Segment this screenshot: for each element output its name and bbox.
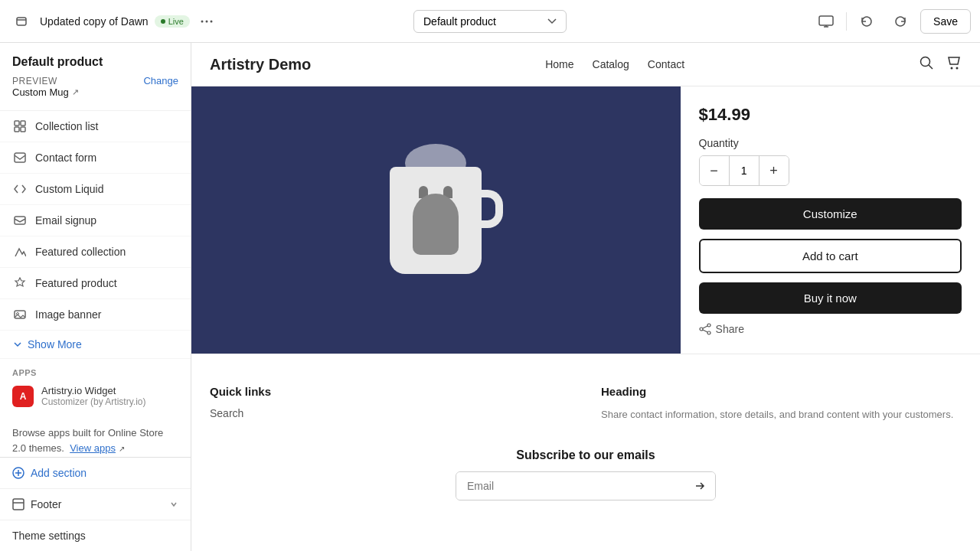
svg-rect-14 xyxy=(13,499,24,510)
mug-handle xyxy=(482,190,503,228)
quantity-increase-button[interactable]: + xyxy=(760,156,789,185)
redo-button[interactable] xyxy=(887,8,914,35)
sidebar-section-title: Default product xyxy=(12,55,178,69)
nav-links: Home Catalog Contact xyxy=(545,58,684,70)
arrow-right-icon xyxy=(694,480,706,492)
share-row[interactable]: Share xyxy=(699,323,962,335)
sidebar-item-image-banner[interactable]: Image banner xyxy=(0,299,191,331)
svg-point-17 xyxy=(956,67,958,70)
quantity-decrease-button[interactable]: − xyxy=(700,156,729,185)
footer-section-label: Footer xyxy=(31,498,61,510)
product-section: $14.99 Quantity − 1 + Customize Add to c… xyxy=(191,86,980,354)
footer-section-item[interactable]: Footer xyxy=(0,488,191,520)
featured-product-icon xyxy=(12,276,28,291)
sidebar-item-email-signup[interactable]: Email signup xyxy=(0,205,191,236)
footer-col-heading: Heading Share contact information, store… xyxy=(601,385,962,424)
share-icon xyxy=(699,323,711,335)
buy-now-button[interactable]: Buy it now xyxy=(699,282,962,314)
change-link[interactable]: Change xyxy=(143,75,178,86)
svg-rect-6 xyxy=(21,121,25,126)
nav-home[interactable]: Home xyxy=(545,58,573,70)
add-section-button[interactable]: Add section xyxy=(0,458,191,488)
nav-catalog[interactable]: Catalog xyxy=(593,58,629,70)
svg-point-2 xyxy=(205,20,207,22)
store-nav: Artistry Demo Home Catalog Contact xyxy=(191,43,980,86)
image-banner-label: Image banner xyxy=(35,308,101,321)
theme-settings-button[interactable]: Theme settings xyxy=(0,520,191,551)
svg-rect-4 xyxy=(819,16,833,25)
featured-product-label: Featured product xyxy=(35,277,117,289)
external-link-icon: ↗ xyxy=(72,87,79,97)
app-info: Artistry.io Widget Customizer (by Artist… xyxy=(41,385,145,407)
nav-contact[interactable]: Contact xyxy=(648,58,684,70)
footer-cols: Quick links Search Heading Share contact… xyxy=(210,385,962,424)
email-submit-button[interactable] xyxy=(684,472,715,500)
svg-point-15 xyxy=(920,57,929,67)
sidebar-item-collection-list[interactable]: Collection list xyxy=(0,111,191,142)
footer-section-left: Footer xyxy=(12,498,61,510)
sidebar-item-featured-collection[interactable]: Featured collection xyxy=(0,236,191,268)
product-info-area: $14.99 Quantity − 1 + Customize Add to c… xyxy=(681,86,980,354)
top-bar-right: Save xyxy=(655,8,971,35)
cart-icon[interactable] xyxy=(946,55,962,73)
custom-liquid-label: Custom Liquid xyxy=(35,183,104,195)
featured-collection-icon xyxy=(12,244,28,259)
divider xyxy=(846,12,847,31)
product-dropdown[interactable]: Default product xyxy=(413,10,567,33)
svg-point-18 xyxy=(707,324,710,327)
live-label: Live xyxy=(168,17,184,26)
show-more-button[interactable]: Show More xyxy=(0,331,191,359)
more-options-button[interactable] xyxy=(196,11,217,32)
svg-point-20 xyxy=(707,331,710,334)
heading-title: Heading xyxy=(601,385,962,398)
footer-area: Quick links Search Heading Share contact… xyxy=(191,354,980,525)
save-button[interactable]: Save xyxy=(920,9,971,34)
dog-silhouette xyxy=(413,194,459,255)
add-to-cart-button[interactable]: Add to cart xyxy=(699,239,962,273)
store-title: Updated copy of Dawn xyxy=(40,15,149,28)
preview-label: PREVIEW xyxy=(12,76,57,86)
app-item[interactable]: A Artistry.io Widget Customizer (by Arti… xyxy=(12,385,178,407)
svg-rect-5 xyxy=(15,121,19,126)
nav-icons xyxy=(919,55,962,73)
desktop-view-button[interactable] xyxy=(812,8,840,35)
show-more-label: Show More xyxy=(28,338,82,350)
browse-apps-text: Browse apps built for Online Store 2.0 t… xyxy=(0,419,191,457)
grid-icon xyxy=(12,119,28,134)
sidebar-item-custom-liquid[interactable]: Custom Liquid xyxy=(0,174,191,205)
canvas-area: Artistry Demo Home Catalog Contact xyxy=(191,43,980,551)
preview-row: PREVIEW Change xyxy=(12,75,178,86)
svg-line-22 xyxy=(703,330,707,332)
sidebar-item-featured-product[interactable]: Featured product xyxy=(0,268,191,299)
svg-point-19 xyxy=(700,328,703,331)
customize-button[interactable]: Customize xyxy=(699,198,962,230)
heading-text: Share contact information, store details… xyxy=(601,407,962,423)
back-button[interactable] xyxy=(9,9,34,34)
mug-visual xyxy=(359,144,512,297)
apps-section: APPS A Artistry.io Widget Customizer (by… xyxy=(0,359,191,419)
sidebar-item-contact-form[interactable]: Contact form xyxy=(0,142,191,174)
image-banner-icon xyxy=(12,307,28,322)
sidebar-scroll: Default product PREVIEW Change Custom Mu… xyxy=(0,43,191,457)
svg-point-3 xyxy=(210,20,212,22)
undo-button[interactable] xyxy=(853,8,880,35)
svg-point-16 xyxy=(950,67,952,70)
collection-list-label: Collection list xyxy=(35,120,98,132)
email-input[interactable] xyxy=(456,472,684,500)
store-preview: Artistry Demo Home Catalog Contact xyxy=(191,43,980,551)
svg-point-1 xyxy=(201,20,203,22)
footer-col-quick-links: Quick links Search xyxy=(210,385,570,424)
quantity-value: 1 xyxy=(729,156,760,185)
artistry-app-icon: A xyxy=(12,386,34,407)
view-apps-link[interactable]: View apps xyxy=(70,442,116,454)
footer-link-search[interactable]: Search xyxy=(210,407,570,419)
svg-line-21 xyxy=(703,326,707,328)
email-signup-label: Email signup xyxy=(35,214,96,227)
canvas-inner[interactable]: Artistry Demo Home Catalog Contact xyxy=(191,43,980,551)
search-icon[interactable] xyxy=(919,55,934,73)
quantity-control: − 1 + xyxy=(699,155,789,186)
svg-rect-0 xyxy=(17,18,26,25)
product-image-area xyxy=(191,86,681,354)
svg-rect-7 xyxy=(15,127,19,132)
live-badge: Live xyxy=(155,15,190,28)
